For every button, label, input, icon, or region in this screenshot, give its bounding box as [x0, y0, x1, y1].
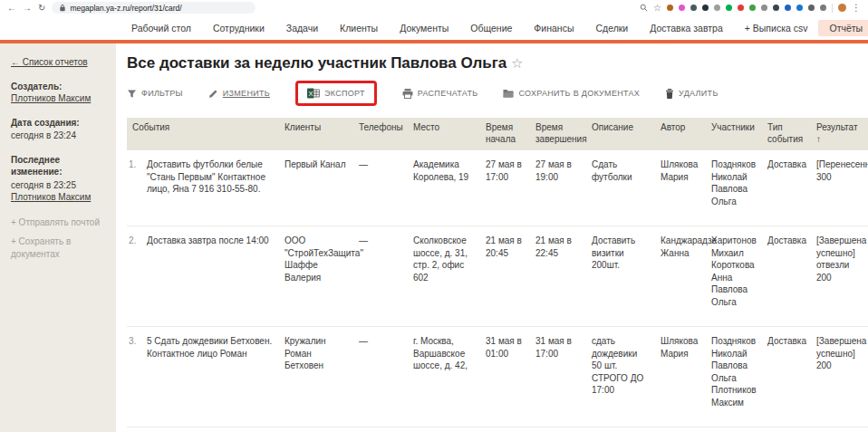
table-header-row: СобытияКлиентыТелефоныМестоВремя началаВ…: [127, 118, 868, 150]
table-row[interactable]: 4.Доставить газету + наклейки, передать …: [127, 427, 868, 432]
extension-icon[interactable]: [702, 5, 709, 11]
column-header[interactable]: Описание: [586, 118, 655, 150]
extension-icons: [667, 5, 826, 11]
cell-participants: Поздняков Николай Павлова Ольга: [706, 427, 762, 432]
column-header[interactable]: Время завершения: [530, 118, 586, 150]
cell-place: г. Москва, Варшавское шоссе, д. 42,: [408, 327, 480, 427]
cell-events[interactable]: 5 Сдать дождевики Бетховен. Контактное л…: [141, 327, 279, 427]
creator-link[interactable]: Плотников Максим: [11, 92, 91, 105]
column-header[interactable]: Автор: [655, 118, 706, 150]
cell-num: 4.: [127, 427, 141, 432]
extension-icon[interactable]: [667, 5, 673, 11]
cell-author: Шлякова Мария: [655, 327, 706, 427]
extension-icon[interactable]: [714, 5, 720, 11]
back-to-reports-link[interactable]: ← Список отчетов: [11, 56, 88, 69]
extension-icon[interactable]: [820, 5, 826, 11]
save-in-docs-action[interactable]: + Сохранять в документах: [11, 235, 109, 260]
forward-icon[interactable]: →: [23, 3, 32, 13]
reload-icon[interactable]: ↻: [38, 3, 45, 13]
favorite-star-icon[interactable]: ☆: [511, 55, 523, 71]
column-header[interactable]: Участники: [706, 118, 762, 150]
cell-events[interactable]: Доставить футболки белые "Стань Первым" …: [141, 150, 279, 226]
cell-desc: Сдать футболки: [586, 150, 655, 226]
extension-icon[interactable]: [690, 5, 697, 11]
back-icon[interactable]: ←: [7, 3, 16, 13]
nav-item[interactable]: Рабочий стол: [121, 20, 202, 36]
send-by-mail-action[interactable]: + Отправлять почтой: [11, 216, 109, 229]
extension-icon[interactable]: [808, 5, 815, 11]
nav-item[interactable]: Документы: [389, 20, 459, 36]
cell-end: 31 мая в 17:00: [530, 327, 586, 427]
modified-by-link[interactable]: Плотников Максим: [11, 191, 91, 204]
cell-place: Москва, 2-й Южнопортовый проезд, 20А, ст…: [408, 427, 480, 432]
report-sidebar: ← Список отчетов Создатель: Плотников Ма…: [0, 43, 116, 432]
table-row[interactable]: 3.5 Сдать дождевики Бетховен. Контактное…: [127, 327, 868, 427]
nav-item[interactable]: Доставка завтра: [639, 20, 734, 36]
print-button[interactable]: РАСПЕЧАТАТЬ: [402, 89, 478, 99]
nav-item[interactable]: Задачи: [275, 20, 329, 36]
extension-icon[interactable]: [796, 5, 803, 11]
extension-icon[interactable]: [749, 5, 756, 11]
created-label: Дата создания:: [11, 117, 109, 130]
address-bar[interactable]: megaplan.ya-z.ru/report/31/card/: [52, 2, 256, 14]
export-button[interactable]: X ЭКСПОРТ: [307, 88, 365, 99]
bookmark-star-icon[interactable]: ☆: [653, 3, 661, 13]
extension-icon[interactable]: [773, 5, 779, 11]
edit-button[interactable]: ИЗМЕНИТЬ: [208, 89, 270, 99]
browser-menu-icon[interactable]: ⋮: [852, 3, 861, 13]
cell-end: 27 мая в 19:00: [530, 150, 586, 226]
column-header[interactable]: Время начала: [480, 118, 530, 150]
created-value: сегодня в 23:24: [11, 130, 109, 142]
cell-type: Доставка: [762, 327, 811, 427]
cell-num: 1.: [127, 150, 141, 226]
extension-icon[interactable]: [738, 5, 744, 11]
app-nav: Рабочий столСотрудникиЗадачиКлиентыДокум…: [0, 15, 868, 40]
cell-place: Сколковское шоссе, д. 31, стр. 2, офис 6…: [408, 226, 480, 327]
nav-item[interactable]: Сотрудники: [202, 20, 275, 36]
avatar[interactable]: [838, 4, 846, 12]
cell-result: [Завершена успешно] отвезли 200: [811, 226, 868, 327]
column-header[interactable]: Телефоны: [353, 118, 408, 150]
cell-author: Канджарадзе Жанна: [655, 226, 706, 327]
annotation-highlight: X ЭКСПОРТ: [295, 81, 377, 106]
extension-icon[interactable]: [761, 5, 767, 11]
cell-clients: ООО "СтройТехЗащита" Шаффе Валерия: [279, 226, 353, 327]
cell-phones: +7 495 980-99-22: [353, 427, 408, 432]
column-header[interactable]: События: [127, 118, 279, 150]
column-header[interactable]: Место: [408, 118, 480, 150]
cell-type: Доставка: [762, 150, 811, 226]
nav-item[interactable]: Общение: [459, 20, 523, 36]
nav-item[interactable]: + Выписка csv: [734, 20, 819, 36]
column-header[interactable]: Результат ↑: [811, 118, 868, 150]
column-header[interactable]: Клиенты: [279, 118, 353, 150]
creator-label: Создатель:: [11, 81, 109, 93]
filters-button[interactable]: ФИЛЬТРЫ: [127, 89, 183, 99]
column-header[interactable]: Тип события: [762, 118, 811, 150]
cell-events[interactable]: Доставить газету + наклейки, передать до…: [141, 427, 279, 432]
cell-participants: Поздняков Николай Павлова Ольга: [706, 150, 762, 226]
excel-icon: X: [307, 88, 320, 99]
extension-icon[interactable]: [679, 5, 685, 11]
delete-button[interactable]: УДАЛИТЬ: [665, 89, 719, 99]
cell-clients: Сергунина Ирина ФФ Стайл (ФинФлаер): [279, 427, 353, 432]
table-row[interactable]: 1.Доставить футболки белые "Стань Первым…: [127, 150, 868, 226]
cell-type: Доставка: [762, 226, 811, 327]
report-toolbar: ФИЛЬТРЫ ИЗМЕНИТЬ X ЭКСПОРТ РАСПЕЧАТАТЬ С…: [127, 80, 868, 107]
save-to-documents-button[interactable]: СОХРАНИТЬ В ДОКУМЕНТАХ: [503, 89, 640, 98]
extension-icon[interactable]: [785, 5, 791, 11]
zoom-icon[interactable]: [640, 4, 648, 12]
table-row[interactable]: 2.Доставка завтра после 14:00ООО "СтройТ…: [127, 226, 868, 327]
cell-result: [Завершена успешно] 200: [811, 327, 868, 427]
cell-start: 21 мая в 20:45: [480, 226, 530, 327]
cell-type: Доставка: [762, 427, 811, 432]
extension-icon[interactable]: [726, 5, 732, 11]
funnel-icon: [127, 89, 137, 99]
app-nav-items: Рабочий столСотрудникиЗадачиКлиентыДокум…: [121, 20, 868, 36]
nav-item[interactable]: Отчёты: [818, 20, 868, 36]
cell-events[interactable]: Доставка завтра после 14:00: [141, 226, 279, 327]
printer-icon: [402, 89, 413, 99]
nav-item[interactable]: Сделки: [584, 20, 639, 36]
nav-item[interactable]: Клиенты: [329, 20, 389, 36]
modified-label: Последнее изменение:: [11, 154, 109, 178]
nav-item[interactable]: Финансы: [523, 20, 584, 36]
